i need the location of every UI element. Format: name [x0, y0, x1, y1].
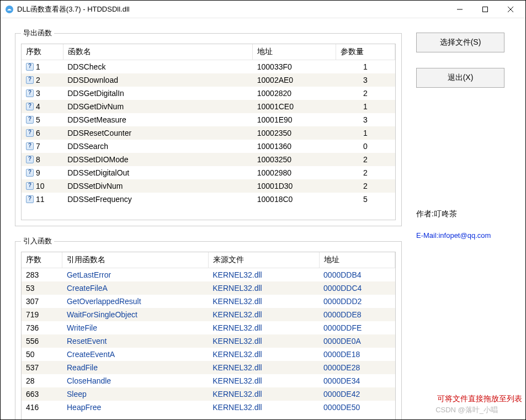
cell-name: HeapFree	[62, 401, 208, 414]
cell-addr: 0000DDFE	[319, 321, 395, 334]
cell-idx: 11	[22, 193, 63, 206]
cell-addr: 0000DDE8	[319, 308, 395, 321]
exit-button[interactable]: 退出(X)	[416, 68, 504, 88]
minimize-button[interactable]	[447, 1, 472, 18]
cell-addr: 10002AE0	[253, 73, 336, 87]
table-row[interactable]: 4DDSGetDivNum10001CE01	[22, 100, 395, 113]
cell-name: DDSGetMeasure	[63, 113, 253, 126]
table-row[interactable]: 11DDSSetFrequency100018C05	[22, 193, 395, 206]
table-row[interactable]: 283GetLastErrorKERNEL32.dll0000DDB4	[22, 268, 395, 282]
question-icon	[26, 103, 34, 110]
cell-idx: 556	[22, 334, 62, 348]
cell-argc: 0	[336, 140, 395, 153]
cell-src: KERNEL32.dll	[208, 348, 319, 361]
cell-addr: 10003250	[253, 153, 336, 166]
cell-src: KERNEL32.dll	[208, 374, 319, 387]
cell-addr: 0000DE50	[319, 401, 395, 414]
cell-idx: 9	[22, 166, 63, 179]
import-header-src[interactable]: 来源文件	[208, 252, 319, 268]
cell-src: KERNEL32.dll	[208, 268, 319, 282]
table-row[interactable]: 9DDSSetDigitalOut100029802	[22, 166, 395, 179]
table-row[interactable]: 28CloseHandleKERNEL32.dll0000DE34	[22, 374, 395, 387]
table-row[interactable]: 50CreateEventAKERNEL32.dll0000DE18	[22, 348, 395, 361]
import-listview[interactable]: 序数 引用函数名 来源文件 地址 283GetLastErrorKERNEL32…	[21, 252, 396, 420]
select-file-button[interactable]: 选择文件(S)	[416, 33, 504, 52]
cell-addr: 0000DE0A	[319, 334, 395, 348]
cell-argc: 5	[336, 193, 395, 206]
question-icon	[26, 116, 34, 124]
table-row[interactable]: 53CreateFileAKERNEL32.dll0000DDC4	[22, 281, 395, 295]
cell-name: DDSResetCounter	[63, 126, 253, 140]
table-row[interactable]: 1DDSCheck100033F01	[22, 60, 395, 74]
cell-addr: 10001CE0	[253, 100, 336, 113]
cell-idx: 7	[22, 140, 63, 153]
table-row[interactable]: 416HeapFreeKERNEL32.dll0000DE50	[22, 401, 395, 414]
cell-argc: 2	[336, 87, 395, 100]
cell-idx: 6	[22, 126, 63, 140]
cell-argc: 1	[336, 100, 395, 113]
export-header-row: 序数 函数名 地址 参数量	[22, 44, 395, 60]
cell-idx: 8	[22, 153, 63, 166]
cell-addr: 0000DE42	[319, 387, 395, 401]
cell-src: KERNEL32.dll	[208, 401, 319, 414]
cell-name: CreateEventA	[62, 348, 208, 361]
table-row[interactable]: 3DDSGetDigitalIn100028202	[22, 87, 395, 100]
cell-idx: 283	[22, 268, 62, 282]
export-header-idx[interactable]: 序数	[22, 44, 63, 60]
table-row[interactable]: 6DDSResetCounter100023501	[22, 126, 395, 140]
cell-addr: 10001D30	[253, 179, 336, 193]
table-row[interactable]: 719WaitForSingleObjectKERNEL32.dll0000DD…	[22, 308, 395, 321]
table-row[interactable]: 8DDSSetDIOMode100032502	[22, 153, 395, 166]
window-title: DLL函数查看器(3.7) - HTDDSDll.dll	[17, 4, 130, 14]
import-legend: 引入函数	[21, 236, 54, 246]
table-row[interactable]: 736WriteFileKERNEL32.dll0000DDFE	[22, 321, 395, 334]
export-header-name[interactable]: 函数名	[63, 44, 253, 60]
cell-addr: 0000DE28	[319, 361, 395, 374]
cell-idx: 663	[22, 387, 62, 401]
table-row[interactable]: 7DDSSearch100013600	[22, 140, 395, 153]
cell-name: DDSCheck	[63, 60, 253, 74]
cell-idx: 28	[22, 374, 62, 387]
table-row[interactable]: 307GetOverlappedResultKERNEL32.dll0000DD…	[22, 295, 395, 308]
cell-addr: 0000DE34	[319, 374, 395, 387]
export-listview[interactable]: 序数 函数名 地址 参数量 1DDSCheck100033F012DDSDown…	[21, 44, 396, 220]
maximize-button[interactable]	[472, 1, 498, 18]
export-legend: 导出函数	[21, 28, 54, 38]
table-row[interactable]: 10DDSSetDivNum10001D302	[22, 179, 395, 193]
close-button[interactable]	[498, 1, 523, 18]
cell-addr: 10002820	[253, 87, 336, 100]
cell-idx: 719	[22, 308, 62, 321]
cell-idx: 53	[22, 281, 62, 295]
table-row[interactable]: 5DDSGetMeasure10001E903	[22, 113, 395, 126]
export-header-argc[interactable]: 参数量	[336, 44, 395, 60]
cell-argc: 3	[336, 73, 395, 87]
cell-idx: 307	[22, 295, 62, 308]
cell-idx: 4	[22, 100, 63, 113]
cell-src: KERNEL32.dll	[208, 334, 319, 348]
cell-src: KERNEL32.dll	[208, 361, 319, 374]
import-header-addr[interactable]: 地址	[319, 252, 395, 268]
cell-idx: 5	[22, 113, 63, 126]
cell-argc: 1	[336, 60, 395, 74]
import-header-name[interactable]: 引用函数名	[62, 252, 208, 268]
cell-idx: 416	[22, 401, 62, 414]
table-row[interactable]: 537ReadFileKERNEL32.dll0000DE28	[22, 361, 395, 374]
cell-name: DDSSetDivNum	[63, 179, 253, 193]
import-header-idx[interactable]: 序数	[22, 252, 62, 268]
export-header-addr[interactable]: 地址	[253, 44, 336, 60]
cell-idx: 736	[22, 321, 62, 334]
table-row[interactable]: 2DDSDownload10002AE03	[22, 73, 395, 87]
cell-addr: 10002350	[253, 126, 336, 140]
cell-argc: 2	[336, 179, 395, 193]
svg-rect-2	[483, 7, 488, 12]
cell-addr: 10001E90	[253, 113, 336, 126]
cell-name: GetOverlappedResult	[62, 295, 208, 308]
import-header-row: 序数 引用函数名 来源文件 地址	[22, 252, 395, 268]
cell-idx: 1	[22, 60, 63, 74]
cell-argc: 3	[336, 113, 395, 126]
table-row[interactable]: 663SleepKERNEL32.dll0000DE42	[22, 387, 395, 401]
table-row[interactable]: 556ResetEventKERNEL32.dll0000DE0A	[22, 334, 395, 348]
cell-argc: 1	[336, 126, 395, 140]
cell-src: KERNEL32.dll	[208, 281, 319, 295]
cell-name: DDSSetFrequency	[63, 193, 253, 206]
